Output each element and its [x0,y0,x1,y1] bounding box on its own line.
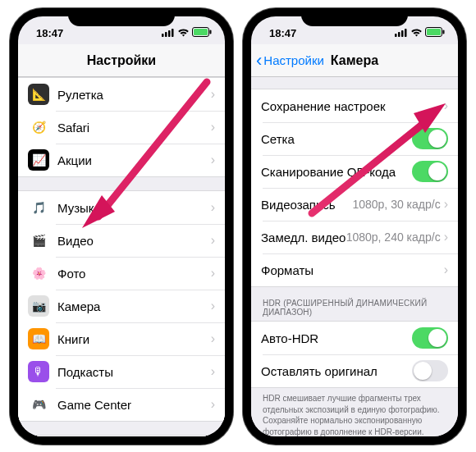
svg-rect-11 [401,30,404,37]
music-icon: 🎵 [28,197,49,218]
row-label: Музыка [57,201,211,215]
status-time: 18:47 [36,27,63,39]
back-label: Настройки [263,53,324,67]
chevron-right-icon: › [211,299,215,313]
svg-rect-5 [194,29,208,35]
svg-rect-12 [405,29,407,37]
chevron-right-icon: › [444,197,448,212]
row-label: Game Center [57,398,211,412]
chevron-right-icon: › [211,120,215,135]
signal-icon [162,27,175,39]
phone-left: 18:47 Настройки 📐Рулетка›🧭Safari›📈Акции›… [10,8,233,445]
svg-rect-1 [165,32,167,37]
status-icons [162,27,212,39]
chevron-right-icon: › [211,266,215,281]
status-time: 18:47 [269,27,296,39]
svg-rect-10 [398,32,400,37]
settings-row-roulette[interactable]: 📐Рулетка› [18,78,225,111]
stocks-icon: 📈 [28,149,49,171]
row-label: Сканирование QR-кода [261,165,412,179]
screen-right: 18:47 ‹ Настройки Камера Сохранение наст… [251,16,458,436]
phone-right: 18:47 ‹ Настройки Камера Сохранение наст… [243,8,466,445]
settings-row-auto-hdr[interactable]: Авто-HDR [251,322,458,354]
svg-rect-6 [210,30,212,34]
chevron-left-icon: ‹ [256,52,262,70]
settings-row-camera[interactable]: 📷Камера› [18,290,225,322]
settings-row-keep-normal[interactable]: Оставлять оригинал [251,354,458,387]
settings-row-books[interactable]: 📖Книги› [18,322,225,355]
auto-hdr-toggle[interactable] [412,327,448,349]
grid-toggle[interactable] [412,128,448,149]
svg-rect-3 [172,29,174,37]
settings-row-scan-qr[interactable]: Сканирование QR-кода [251,155,458,188]
row-label: Сохранение настроек [261,99,444,113]
settings-row-stocks[interactable]: 📈Акции› [18,144,225,176]
safari-icon: 🧭 [28,116,49,138]
settings-row-formats[interactable]: Форматы› [251,253,458,286]
row-detail: 1080p, 240 кадр/с [346,231,441,244]
settings-row-grid[interactable]: Сетка [251,122,458,155]
settings-row-video[interactable]: 🎬Видео› [18,224,225,257]
page-title: Настройки [87,53,156,68]
notch [68,8,175,26]
row-label: Видеозапись [261,198,352,212]
header-right: ‹ Настройки Камера [251,44,458,77]
row-label: Авто-HDR [261,331,412,345]
status-icons [395,27,445,39]
settings-row-safari[interactable]: 🧭Safari› [18,111,225,144]
row-label: Видео [57,234,211,248]
notch [301,8,408,26]
chevron-right-icon: › [444,263,448,277]
settings-row-slo-mo[interactable]: Замедл. видео1080p, 240 кадр/с› [251,221,458,253]
settings-row-photos[interactable]: 🌸Фото› [18,257,225,290]
row-label: Сетка [261,132,412,146]
settings-row-navigator[interactable]: ➤Навигатор› [18,436,225,436]
svg-rect-9 [395,34,397,37]
chevron-right-icon: › [211,200,215,215]
section-footer: HDR смешивает лучшие фрагменты трех отде… [251,388,458,436]
page-title: Камера [331,53,378,68]
settings-row-music[interactable]: 🎵Музыка› [18,191,225,224]
keep-normal-toggle[interactable] [412,360,448,381]
scan-qr-toggle[interactable] [412,161,448,182]
section-header: HDR (РАСШИРЕННЫЙ ДИНАМИЧЕСКИЙ ДИАПАЗОН) [251,287,458,321]
chevron-right-icon: › [444,98,448,113]
row-label: Оставлять оригинал [261,364,412,378]
screen-left: 18:47 Настройки 📐Рулетка›🧭Safari›📈Акции›… [18,16,225,436]
svg-rect-15 [443,30,445,34]
wifi-icon [177,27,190,39]
row-label: Замедл. видео [261,231,346,244]
video-icon: 🎬 [28,230,49,251]
battery-icon [192,27,212,39]
photos-icon: 🌸 [28,263,49,284]
row-label: Safari [57,121,211,135]
chevron-right-icon: › [211,233,215,248]
row-detail: 1080p, 30 кадр/с [352,198,440,211]
settings-row-podcasts[interactable]: 🎙Подкасты› [18,355,225,388]
camera-settings-list[interactable]: Сохранение настроек›СеткаСканирование QR… [251,77,458,436]
camera-icon: 📷 [28,295,49,317]
chevron-right-icon: › [444,230,448,244]
row-label: Книги [57,332,211,346]
settings-row-preserve-settings[interactable]: Сохранение настроек› [251,89,458,122]
svg-rect-14 [427,29,441,35]
wifi-icon [410,27,423,39]
row-label: Акции [57,153,211,167]
settings-row-record-video[interactable]: Видеозапись1080p, 30 кадр/с› [251,188,458,221]
svg-rect-2 [168,30,171,37]
row-label: Фото [57,267,211,281]
chevron-right-icon: › [211,364,215,379]
roulette-icon: 📐 [28,84,49,105]
chevron-right-icon: › [211,87,215,102]
chevron-right-icon: › [211,331,215,346]
chevron-right-icon: › [211,153,215,167]
podcasts-icon: 🎙 [28,361,49,382]
settings-list[interactable]: 📐Рулетка›🧭Safari›📈Акции›🎵Музыка›🎬Видео›🌸… [18,77,225,436]
row-label: Подкасты [57,365,211,379]
svg-rect-0 [162,34,164,37]
back-button[interactable]: ‹ Настройки [256,52,324,70]
settings-row-gamecenter[interactable]: 🎮Game Center› [18,388,225,421]
signal-icon [395,27,408,39]
books-icon: 📖 [28,328,49,349]
row-label: Рулетка [57,88,211,102]
